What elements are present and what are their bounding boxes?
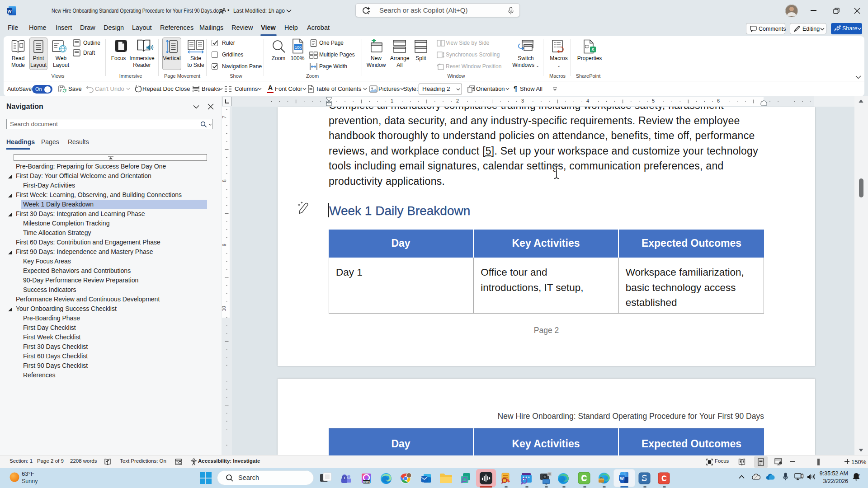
svg-text:W: W	[8, 9, 12, 14]
svg-text:S: S	[591, 47, 594, 52]
svg-text:z: z	[859, 474, 860, 477]
svg-text:100: 100	[295, 45, 302, 50]
svg-text:W: W	[620, 476, 624, 481]
svg-text:T: T	[344, 476, 346, 480]
svg-text:M365: M365	[363, 481, 370, 483]
